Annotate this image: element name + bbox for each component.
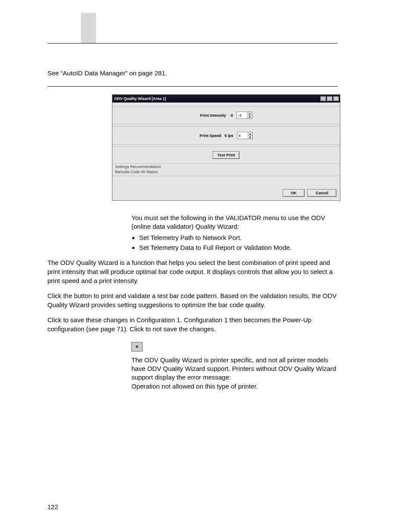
cancel-button[interactable]: Cancel xyxy=(307,189,336,197)
note-block-1: You must set the following in the VALIDA… xyxy=(131,214,338,252)
settings-recommendation-label: Settings Recommendation: xyxy=(115,165,337,170)
print-speed-input[interactable]: 6 xyxy=(237,132,248,139)
body-paragraph-1: The ODV Quality Wizard is a function tha… xyxy=(47,258,338,285)
note-bullet-1: Set Telemetry Path to Network Port. xyxy=(139,233,338,242)
odv-dialog-screenshot: ODV Quality Wizard [Area 1] _ □ × Print … xyxy=(112,94,340,201)
maximize-icon[interactable]: □ xyxy=(327,96,333,101)
note-close-icon: × xyxy=(131,342,143,352)
print-intensity-label: Print Intensity xyxy=(200,113,226,118)
body-paragraph-3: Click to save these changes in Configura… xyxy=(47,315,338,333)
cross-reference-text: See “AutoID Data Manager” on page 281. xyxy=(47,69,338,78)
dialog-titlebar: ODV Quality Wizard [Area 1] _ □ × xyxy=(112,95,340,103)
spinner-up-icon[interactable]: ▲ xyxy=(248,132,252,136)
note2-line2: Operation not allowed on this type of pr… xyxy=(131,382,338,391)
chapter-tab xyxy=(81,13,96,43)
test-print-button[interactable]: Test Print xyxy=(213,151,240,159)
close-icon[interactable]: × xyxy=(333,96,339,101)
spinner-down-icon[interactable]: ▼ xyxy=(248,115,252,118)
note-block-2: × The ODV Quality Wizard is printer spec… xyxy=(131,342,338,391)
spinner-up-icon[interactable]: ▲ xyxy=(248,112,252,115)
note2-line1: The ODV Quality Wizard is printer specif… xyxy=(131,356,338,382)
print-intensity-value: -3 xyxy=(230,113,233,118)
note-bullet-2: Set Telemetry Data to Full Report or Val… xyxy=(139,243,338,252)
print-speed-value: 6 ips xyxy=(224,133,234,138)
ok-button[interactable]: OK xyxy=(283,189,305,197)
spinner-down-icon[interactable]: ▼ xyxy=(248,136,252,139)
section-rule xyxy=(47,86,338,87)
barcode-status-label: Barcode Code 39 Status: xyxy=(115,170,337,175)
print-speed-spinner[interactable]: 6 ▲ ▼ xyxy=(237,132,253,139)
header-rule xyxy=(47,43,338,44)
dialog-title: ODV Quality Wizard [Area 1] xyxy=(114,96,166,101)
body-paragraph-2: Click the button to print and validate a… xyxy=(47,291,338,309)
print-intensity-input[interactable]: -3 xyxy=(237,112,247,118)
print-speed-label: Print Speed xyxy=(199,133,221,138)
minimize-icon[interactable]: _ xyxy=(320,96,326,101)
note-lead-text: You must set the following in the VALIDA… xyxy=(131,214,338,231)
page-number: 122 xyxy=(47,503,58,510)
print-intensity-spinner[interactable]: -3 ▲ ▼ xyxy=(237,112,252,119)
